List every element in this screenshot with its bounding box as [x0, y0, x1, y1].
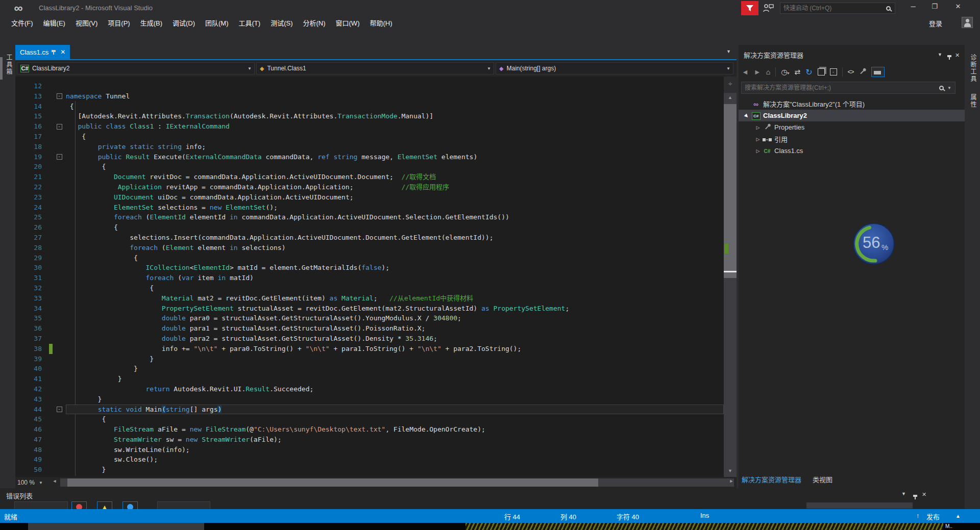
code-editor[interactable]: 1213-namespace Tunnel14 {15 [Autodesk.Re… [15, 77, 724, 477]
outlining-margin[interactable] [53, 424, 66, 435]
publish-up-icon[interactable]: ↑ [916, 512, 920, 519]
code-line[interactable]: 47 StreamWriter sw = new StreamWriter(aF… [15, 435, 724, 445]
solution-explorer-header[interactable]: 解决方案资源管理器 ▼ ✕ [739, 50, 965, 62]
outlining-margin[interactable] [53, 111, 66, 121]
outlining-margin[interactable] [53, 354, 66, 364]
search-icon[interactable] [939, 86, 944, 90]
view-code-icon[interactable]: <> [848, 68, 854, 75]
code-line[interactable]: 20 { [15, 162, 724, 172]
feedback-icon[interactable] [763, 3, 775, 13]
properties-wrench-icon[interactable] [859, 68, 866, 77]
outlining-margin[interactable] [53, 162, 66, 172]
tree-item--classlibrary2-1-[interactable]: ∞解决方案"ClassLibrary2"(1 个项目) [739, 98, 965, 110]
sign-in-link[interactable]: 登录 [929, 18, 942, 28]
code-line[interactable]: 43 } [15, 394, 724, 405]
outlining-margin[interactable] [53, 203, 66, 213]
collapsed-arrow-icon[interactable]: ▷ [754, 125, 762, 130]
code-line[interactable]: 15 [Autodesk.Revit.Attributes.Transactio… [15, 111, 724, 121]
horizontal-scroll-thumb[interactable] [67, 478, 598, 487]
code-line[interactable]: 27 selections.Insert(commandData.Applica… [15, 233, 724, 243]
menu-item[interactable]: 文件(F) [6, 16, 38, 29]
code-line[interactable]: 49 sw.Close(); [15, 455, 724, 465]
tree-item-classlibrary2[interactable]: ▶C#ClassLibrary2 [739, 110, 965, 121]
code-line[interactable]: 39 } [15, 354, 724, 364]
code-line[interactable]: 29 { [15, 253, 724, 263]
record-filter-icon[interactable] [741, 1, 758, 15]
code-line[interactable]: 46 FileStream aFile = new FileStream(@"C… [15, 424, 724, 435]
close-button[interactable]: ✕ [949, 0, 967, 13]
code-line[interactable]: 31 foreach (var item in matId) [15, 273, 724, 283]
outlining-margin[interactable] [53, 102, 66, 112]
outlining-margin[interactable] [53, 283, 66, 293]
outlining-margin[interactable] [53, 222, 66, 233]
code-line[interactable]: 22 Application revitApp = commandData.Ap… [15, 182, 724, 192]
tree-item--[interactable]: ▷引用 [739, 133, 965, 145]
scroll-down-icon[interactable]: ▼ [724, 468, 737, 473]
breadcrumb-method[interactable]: ◆ Main(string[] args) ▼ [496, 62, 733, 74]
outlining-margin[interactable] [53, 334, 66, 344]
error-scope-combo[interactable] [14, 501, 68, 509]
outlining-margin[interactable] [53, 435, 66, 445]
refresh-icon[interactable]: ↻ [805, 67, 812, 77]
outlining-margin[interactable] [53, 172, 66, 182]
code-line[interactable]: 19- public Result Execute(ExternalComman… [15, 152, 724, 162]
close-panel-icon[interactable]: ✕ [955, 52, 960, 59]
outlining-margin[interactable]: - [53, 405, 66, 415]
code-line[interactable]: 48 sw.WriteLine(info); [15, 445, 724, 455]
quick-launch-search[interactable] [780, 3, 895, 14]
menu-item[interactable]: 视图(V) [70, 16, 103, 29]
tab-class-view[interactable]: 类视图 [813, 474, 832, 484]
outlining-margin[interactable] [53, 304, 66, 314]
menu-item[interactable]: 调试(D) [167, 16, 200, 29]
menu-item[interactable]: 项目(P) [103, 16, 135, 29]
menu-item[interactable]: 生成(B) [135, 16, 167, 29]
search-icon[interactable] [886, 6, 891, 11]
outlining-margin[interactable] [53, 273, 66, 283]
menu-item[interactable]: 工具(T) [234, 16, 266, 29]
outlining-margin[interactable] [53, 243, 66, 253]
collapse-region-icon[interactable]: - [57, 124, 62, 130]
restore-button[interactable]: ❐ [926, 0, 943, 13]
code-line[interactable]: 30 ICollection<ElementId> matId = elemen… [15, 263, 724, 273]
code-line[interactable]: 13-namespace Tunnel [15, 91, 724, 102]
pending-changes-filter-icon[interactable]: ◷▾ [781, 68, 789, 76]
error-list-scrollbar[interactable] [806, 502, 913, 509]
code-line[interactable]: 24 ElementSet selections = new ElementSe… [15, 203, 724, 213]
code-line[interactable]: 23 UIDocument uiDoc = commandData.Applic… [15, 192, 724, 203]
collapsed-arrow-icon[interactable]: ▷ [754, 148, 762, 154]
code-line[interactable]: 16- public class Class1 : IExternalComma… [15, 121, 724, 132]
tree-item-properties[interactable]: ▷Properties [739, 121, 965, 133]
code-line[interactable]: 17 { [15, 132, 724, 142]
editor-vertical-scrollbar[interactable]: ÷ ▲ ▼ [724, 77, 737, 477]
se-back-icon[interactable]: ◄ [742, 68, 749, 76]
quick-launch-input[interactable] [780, 5, 886, 12]
scroll-left-icon[interactable]: ◄ [51, 477, 58, 485]
code-line[interactable]: 32 { [15, 283, 724, 293]
close-panel-icon[interactable]: ✕ [922, 491, 926, 498]
code-line[interactable]: 40 } [15, 364, 724, 374]
tab-toolbox[interactable]: 工具箱 [5, 54, 13, 75]
menu-item[interactable]: 团队(M) [200, 16, 234, 29]
outlining-margin[interactable] [53, 263, 66, 273]
se-search-input[interactable] [742, 84, 939, 91]
outlining-margin[interactable]: - [53, 152, 66, 162]
code-line[interactable]: 42 return Autodesk.Revit.UI.Result.Succe… [15, 384, 724, 394]
expanded-arrow-icon[interactable]: ▶ [742, 111, 751, 120]
code-line[interactable]: 45 { [15, 414, 724, 424]
outlining-margin[interactable] [53, 132, 66, 142]
code-line[interactable]: 28 foreach (Element element in selection… [15, 243, 724, 253]
collapse-region-icon[interactable]: - [57, 93, 62, 99]
code-line[interactable]: 35 double para0 = structualAsset.GetStru… [15, 313, 724, 323]
outlining-margin[interactable] [53, 182, 66, 192]
code-line[interactable]: 14 { [15, 102, 724, 112]
code-line[interactable]: 26 { [15, 222, 724, 233]
messages-filter-button[interactable] [122, 501, 138, 509]
menu-item[interactable]: 分析(N) [298, 16, 330, 29]
menu-item[interactable]: 帮助(H) [364, 16, 397, 29]
outlining-margin[interactable] [53, 344, 66, 354]
outlining-margin[interactable] [53, 253, 66, 263]
code-line[interactable]: 33 Material mat2 = revitDoc.GetElement(i… [15, 293, 724, 304]
close-tab-icon[interactable]: ✕ [60, 48, 65, 56]
se-forward-icon[interactable]: ► [754, 68, 761, 76]
pin-icon[interactable] [949, 55, 950, 60]
